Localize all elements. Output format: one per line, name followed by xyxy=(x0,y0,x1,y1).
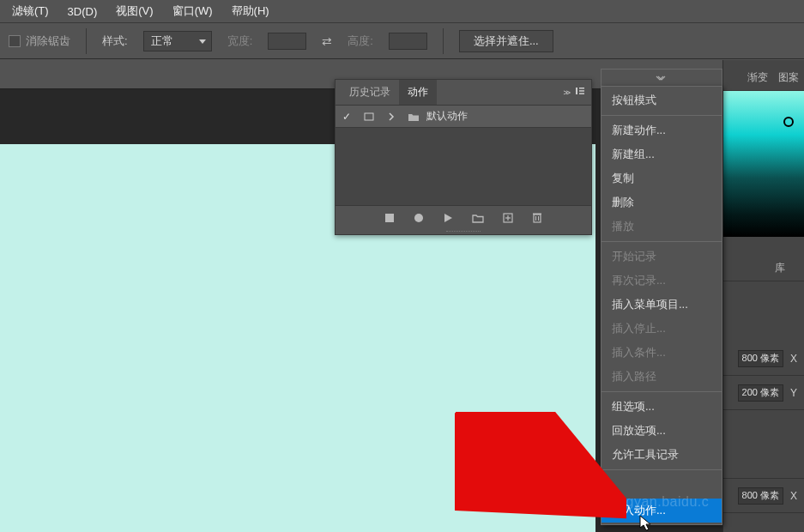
menu-group-options[interactable]: 组选项... xyxy=(601,395,722,419)
menu-separator xyxy=(601,469,722,470)
antialias-checkbox[interactable]: 消除锯齿 xyxy=(9,33,70,49)
svg-rect-13 xyxy=(533,214,541,215)
menu-button-mode[interactable]: 按钮模式 xyxy=(601,88,722,112)
color-panel-tabs: 渐变 图案 xyxy=(723,65,804,91)
folder-icon xyxy=(402,111,425,123)
tab-pattern[interactable]: 图案 xyxy=(773,65,804,90)
info-axis: X xyxy=(790,353,797,365)
play-icon[interactable] xyxy=(443,213,453,223)
width-label: 宽度: xyxy=(227,33,253,49)
context-menu-header xyxy=(601,69,722,86)
menu-start-record: 开始记录 xyxy=(601,245,722,269)
action-label: 默认动作 xyxy=(425,109,591,124)
select-and-mask-button[interactable]: 选择并遮住... xyxy=(459,30,553,52)
menu-new-action[interactable]: 新建动作... xyxy=(601,118,722,142)
actions-empty-area xyxy=(336,128,591,205)
action-row-default[interactable]: ✓ 默认动作 xyxy=(336,106,591,128)
svg-rect-3 xyxy=(579,93,584,94)
svg-point-6 xyxy=(414,214,423,222)
toggle-check-icon[interactable]: ✓ xyxy=(336,111,358,123)
svg-rect-1 xyxy=(579,88,584,89)
style-select-value: 正常 xyxy=(151,33,173,49)
collapse-chevrons-icon[interactable]: >> xyxy=(563,88,569,97)
tab-gradient[interactable]: 渐变 xyxy=(742,65,773,90)
tab-library[interactable]: 库 xyxy=(756,256,804,281)
menu-view[interactable]: 视图(V) xyxy=(107,1,161,21)
svg-rect-5 xyxy=(385,214,394,222)
separator xyxy=(443,28,444,54)
new-folder-icon[interactable] xyxy=(472,213,484,223)
info-value: 200 像素 xyxy=(738,384,783,402)
menu-insert-stop: 插入停止... xyxy=(601,317,722,341)
select-mask-label: 选择并遮住... xyxy=(474,33,539,49)
separator xyxy=(86,28,87,54)
style-select[interactable]: 正常 xyxy=(143,31,212,51)
color-sample-ring-icon xyxy=(783,117,794,127)
stop-icon[interactable] xyxy=(384,213,395,223)
info-row: 200 像素 Y xyxy=(723,376,804,410)
mouse-cursor-icon xyxy=(639,515,655,532)
menu-window[interactable]: 窗口(W) xyxy=(164,1,221,21)
menu-play: 播放 xyxy=(601,215,722,239)
width-input[interactable] xyxy=(268,33,306,50)
menu-help[interactable]: 帮助(H) xyxy=(223,1,278,21)
style-label: 样式: xyxy=(102,33,128,49)
antialias-label: 消除锯齿 xyxy=(26,33,70,49)
options-bar: 消除锯齿 样式: 正常 宽度: ⇄ 高度: 选择并遮住... xyxy=(0,22,804,59)
menu-separator xyxy=(601,241,722,242)
menu-delete[interactable]: 删除 xyxy=(601,190,722,215)
menu-separator xyxy=(601,115,722,116)
panel-resize-grip[interactable] xyxy=(336,229,591,234)
record-icon[interactable] xyxy=(414,213,424,223)
right-dock: 渐变 图案 库 800 像素 X 200 像素 Y 800 像素 X xyxy=(722,60,804,532)
svg-rect-2 xyxy=(579,90,584,92)
actions-context-menu: 按钮模式 新建动作... 新建组... 复制 删除 播放 开始记录 再次记录..… xyxy=(601,86,722,525)
menu-new-group[interactable]: 新建组... xyxy=(601,142,722,166)
height-label: 高度: xyxy=(348,33,373,49)
menu-filter[interactable]: 滤镜(T) xyxy=(3,1,57,21)
svg-rect-0 xyxy=(576,88,577,94)
info-axis: X xyxy=(790,490,797,502)
menu-allow-tool-record[interactable]: 允许工具记录 xyxy=(601,443,722,467)
menu-separator xyxy=(601,391,722,392)
actions-list: ✓ 默认动作 xyxy=(336,106,591,205)
lib-tabs: 库 xyxy=(723,256,804,281)
menu-record-again: 再次记录... xyxy=(601,269,722,293)
swap-icon[interactable]: ⇄ xyxy=(322,34,332,48)
svg-rect-10 xyxy=(534,215,541,222)
panel-tabs: 历史记录 动作 >> xyxy=(336,80,591,106)
new-action-icon[interactable] xyxy=(503,213,513,223)
checkbox-icon xyxy=(9,35,21,47)
panel-menu-icon[interactable] xyxy=(574,85,586,100)
menu-insert-menu-item[interactable]: 插入菜单项目... xyxy=(601,293,722,317)
height-input[interactable] xyxy=(389,33,427,50)
info-value: 800 像素 xyxy=(738,487,783,505)
info-row: 800 像素 X xyxy=(723,479,804,513)
info-axis: Y xyxy=(790,387,797,399)
svg-rect-4 xyxy=(365,113,373,120)
info-row: 800 像素 X xyxy=(723,342,804,376)
menu-duplicate[interactable]: 复制 xyxy=(601,166,722,190)
toggle-dialog-icon[interactable] xyxy=(358,111,380,123)
actions-panel: 历史记录 动作 >> ✓ 默认动作 xyxy=(335,79,592,235)
tab-history[interactable]: 历史记录 xyxy=(341,80,399,105)
menu-load-action[interactable]: 载入动作... xyxy=(601,499,722,523)
actions-toolbar xyxy=(336,205,591,229)
menu-insert-condition: 插入条件... xyxy=(601,341,722,365)
menu-playback-options[interactable]: 回放选项... xyxy=(601,419,722,443)
menu-insert-path: 插入路径 xyxy=(601,365,722,389)
color-picker[interactable] xyxy=(723,91,804,237)
tab-actions[interactable]: 动作 xyxy=(399,80,437,105)
trash-icon[interactable] xyxy=(532,212,542,223)
info-value: 800 像素 xyxy=(738,350,783,367)
expand-arrow-icon[interactable] xyxy=(380,112,402,121)
menu-bar: 滤镜(T) 3D(D) 视图(V) 窗口(W) 帮助(H) xyxy=(0,0,804,22)
menu-3d[interactable]: 3D(D) xyxy=(59,3,106,21)
